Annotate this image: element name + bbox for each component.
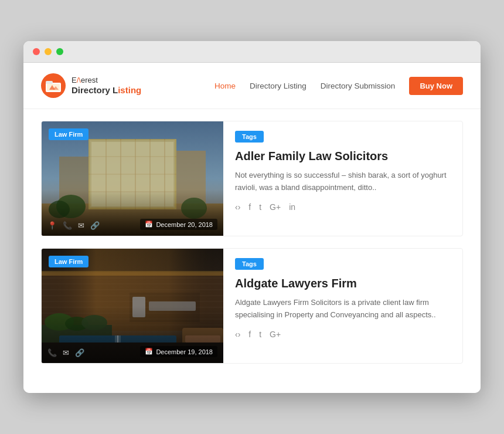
googleplus-icon-1[interactable]: G+: [270, 202, 281, 212]
logo-bottom-text: Directory Listing: [71, 85, 141, 96]
email-icon-2: ✉: [63, 348, 69, 357]
logo-top-text: E/\erest: [71, 76, 141, 85]
card-info-2: Tags Aldgate Lawyers Firm Aldgate Lawyer…: [223, 249, 462, 363]
location-icon: 📍: [47, 221, 57, 230]
nav-item-home[interactable]: Home: [214, 80, 236, 91]
browser-window: E/\erest Directory Listing Home Director…: [23, 41, 481, 393]
card-social-2: ‹› f t G+: [235, 330, 451, 339]
card-image-1: Law Firm 📍 📞 ✉ 🔗 📅 December 20, 2018: [42, 121, 223, 236]
nav-link-directory-submission[interactable]: Directory Submission: [321, 82, 396, 90]
googleplus-icon-2[interactable]: G+: [270, 330, 281, 339]
date-text-2: December 19, 2018: [156, 348, 213, 355]
facebook-icon-2[interactable]: f: [248, 330, 251, 339]
card-icons-row-2: 📞 ✉ 🔗: [47, 348, 84, 357]
nav-link-home[interactable]: Home: [214, 82, 236, 90]
svg-rect-2: [46, 81, 53, 84]
nav-item-directory-listing[interactable]: Directory Listing: [250, 80, 307, 91]
card-icons-row-1: 📍 📞 ✉ 🔗: [47, 221, 100, 230]
nav-link-directory-listing[interactable]: Directory Listing: [250, 82, 307, 90]
twitter-icon-1[interactable]: t: [259, 202, 261, 212]
phone-icon: 📞: [63, 221, 72, 230]
calendar-icon: 📅: [145, 221, 153, 228]
card-date-1: 📅 December 20, 2018: [140, 219, 217, 230]
tags-badge-2[interactable]: Tags: [235, 258, 264, 270]
listing-card-2: Law Firm 📞 ✉ 🔗 📅 December 19, 2018 Tags …: [41, 248, 463, 364]
card-info-1: Tags Adler Family Law Solicitors Not eve…: [223, 121, 462, 236]
link-icon-2: 🔗: [75, 348, 84, 357]
share-button-2[interactable]: ‹›: [235, 330, 240, 339]
card-desc-2: Aldgate Lawyers Firm Solicitors is a pri…: [235, 297, 451, 321]
share-button-1[interactable]: ‹›: [235, 202, 240, 212]
traffic-light-yellow[interactable]: [45, 48, 52, 55]
nav-item-buy[interactable]: Buy Now: [409, 77, 463, 95]
card-date-2: 📅 December 19, 2018: [140, 346, 217, 357]
listing-card-1: Law Firm 📍 📞 ✉ 🔗 📅 December 20, 2018 Tag…: [41, 121, 463, 236]
logo: E/\erest Directory Listing: [41, 73, 214, 98]
content-area: Law Firm 📍 📞 ✉ 🔗 📅 December 20, 2018 Tag…: [23, 109, 481, 393]
card-badge-1: Law Firm: [49, 128, 88, 140]
phone-icon-2: 📞: [47, 348, 57, 357]
buy-now-button[interactable]: Buy Now: [409, 77, 463, 95]
twitter-icon-2[interactable]: t: [259, 330, 261, 339]
logo-icon: [41, 73, 66, 98]
facebook-icon-1[interactable]: f: [248, 202, 251, 212]
card-social-1: ‹› f t G+ in: [235, 202, 451, 212]
traffic-light-red[interactable]: [33, 48, 40, 55]
card-badge-2: Law Firm: [49, 256, 88, 267]
card-image-2: Law Firm 📞 ✉ 🔗 📅 December 19, 2018: [42, 249, 223, 363]
calendar-icon-2: 📅: [145, 348, 153, 355]
browser-body: E/\erest Directory Listing Home Director…: [23, 63, 481, 393]
nav-links: Home Directory Listing Directory Submiss…: [214, 77, 463, 95]
linkedin-icon-1[interactable]: in: [289, 202, 295, 212]
logo-text: E/\erest Directory Listing: [71, 76, 141, 96]
browser-titlebar: [23, 41, 481, 63]
traffic-light-green[interactable]: [56, 48, 63, 55]
nav-item-directory-submission[interactable]: Directory Submission: [321, 80, 396, 91]
email-icon: ✉: [78, 221, 84, 230]
card-title-2: Aldgate Lawyers Firm: [235, 276, 451, 291]
date-text-1: December 20, 2018: [156, 221, 213, 228]
card-desc-1: Not everything is so successful – shish …: [235, 169, 451, 194]
tags-badge-1[interactable]: Tags: [235, 131, 264, 143]
card-title-1: Adler Family Law Solicitors: [235, 148, 451, 164]
share-icon-small: 🔗: [90, 221, 100, 230]
navigation: E/\erest Directory Listing Home Director…: [23, 63, 481, 109]
